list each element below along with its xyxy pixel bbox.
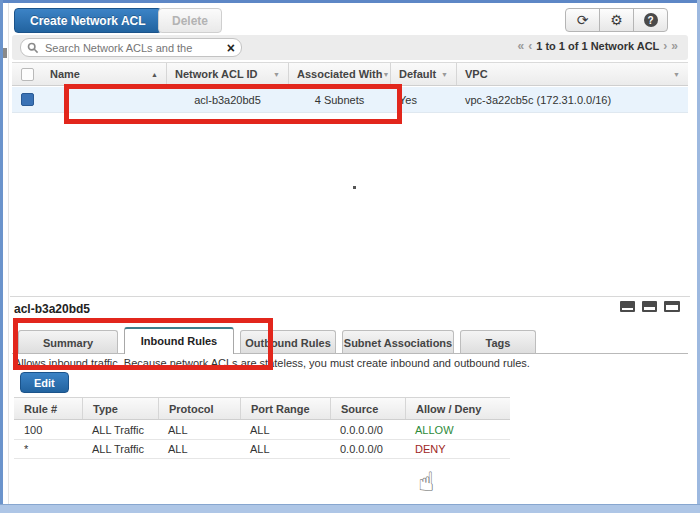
column-header-associated-with[interactable]: Associated With ▼ bbox=[288, 63, 390, 85]
column-header-type: Type bbox=[82, 398, 158, 419]
cell-port-range: ALL bbox=[240, 421, 330, 439]
cell-protocol: ALL bbox=[158, 421, 240, 439]
annotation-highlight-row bbox=[64, 84, 402, 124]
cell-rule-number: 100 bbox=[14, 421, 82, 439]
cell-source: 0.0.0.0/0 bbox=[330, 440, 405, 458]
help-button[interactable]: ? bbox=[633, 8, 668, 32]
tab-subnet-associations[interactable]: Subnet Associations bbox=[342, 330, 454, 354]
sort-desc-icon: ▼ bbox=[441, 71, 448, 78]
frame-edge bbox=[0, 0, 700, 3]
column-header-vpc[interactable]: VPC ▼ bbox=[456, 63, 688, 85]
frame-edge bbox=[0, 504, 700, 513]
cell-source: 0.0.0.0/0 bbox=[330, 421, 405, 439]
page-prev-icon[interactable]: ‹ bbox=[528, 39, 532, 53]
sort-desc-icon: ▼ bbox=[673, 71, 680, 78]
gear-icon: ⚙ bbox=[610, 12, 623, 28]
refresh-icon: ⟳ bbox=[577, 12, 589, 28]
column-label: Default bbox=[399, 68, 436, 80]
rules-table-row: 100 ALL Traffic ALL ALL 0.0.0.0/0 ALLOW bbox=[14, 421, 510, 440]
column-label: Network ACL ID bbox=[175, 68, 258, 80]
select-all-cell[interactable] bbox=[12, 63, 42, 85]
cell-allow-deny: ALLOW bbox=[405, 421, 510, 439]
fullscreen-pane-icon[interactable] bbox=[620, 301, 635, 312]
row-checkbox[interactable] bbox=[21, 93, 34, 106]
collapse-pane-icon[interactable] bbox=[664, 301, 680, 312]
aws-console-network-acl-screen: Create Network ACL Delete ⟳ ⚙ ? × « ‹ 1 … bbox=[0, 0, 700, 513]
rules-table-header: Rule # Type Protocol Port Range Source A… bbox=[14, 397, 510, 420]
pagination-label: 1 to 1 of 1 Network ACL bbox=[536, 40, 659, 52]
page-last-icon[interactable]: » bbox=[671, 39, 678, 53]
cell-allow-deny: DENY bbox=[405, 440, 510, 458]
cell-rule-number: * bbox=[14, 440, 82, 458]
frame-edge bbox=[0, 0, 3, 513]
allow-badge: ALLOW bbox=[415, 424, 454, 436]
pane-layout-controls bbox=[620, 301, 680, 312]
sort-asc-icon: ▲ bbox=[151, 71, 158, 78]
select-all-checkbox[interactable] bbox=[21, 68, 34, 81]
cell-type: ALL Traffic bbox=[82, 421, 158, 439]
settings-button[interactable]: ⚙ bbox=[599, 8, 634, 32]
page-first-icon[interactable]: « bbox=[518, 39, 525, 53]
cell-type: ALL Traffic bbox=[82, 440, 158, 458]
sidebar-edge-line bbox=[8, 3, 9, 510]
delete-button[interactable]: Delete bbox=[158, 8, 222, 33]
create-network-acl-button[interactable]: Create Network ACL bbox=[14, 8, 162, 33]
edit-button[interactable]: Edit bbox=[20, 372, 69, 393]
hand-cursor-icon: ☝ bbox=[418, 466, 434, 497]
panel-divider bbox=[10, 296, 690, 297]
cell-port-range: ALL bbox=[240, 440, 330, 458]
sort-desc-icon: ▼ bbox=[382, 71, 389, 78]
column-header-default[interactable]: Default ▼ bbox=[390, 63, 456, 85]
column-label: Name bbox=[50, 68, 80, 80]
cell-protocol: ALL bbox=[158, 440, 240, 458]
vpc-value: vpc-3a22cb5c (172.31.0.0/16) bbox=[465, 94, 611, 106]
row-select-cell[interactable] bbox=[12, 87, 42, 112]
header-icon-group: ⟳ ⚙ ? bbox=[565, 8, 668, 32]
clear-search-icon[interactable]: × bbox=[227, 41, 235, 55]
sort-desc-icon: ▼ bbox=[273, 71, 280, 78]
column-header-source: Source bbox=[330, 398, 405, 419]
cell-vpc: vpc-3a22cb5c (172.31.0.0/16) bbox=[456, 87, 688, 112]
column-header-port-range: Port Range bbox=[240, 398, 330, 419]
refresh-button[interactable]: ⟳ bbox=[565, 8, 600, 32]
clipped-sidebar-text-fragment bbox=[3, 48, 7, 58]
detail-panel-title: acl-b3a20bd5 bbox=[14, 302, 90, 316]
column-header-acl-id[interactable]: Network ACL ID ▼ bbox=[166, 63, 288, 85]
column-label: VPC bbox=[465, 68, 488, 80]
column-header-protocol: Protocol bbox=[158, 398, 240, 419]
annotation-highlight-tabs bbox=[13, 318, 273, 370]
column-header-allow-deny: Allow / Deny bbox=[405, 398, 510, 419]
tab-tags[interactable]: Tags bbox=[460, 330, 536, 354]
rules-table-row: * ALL Traffic ALL ALL 0.0.0.0/0 DENY bbox=[14, 440, 510, 459]
split-pane-icon[interactable] bbox=[642, 301, 657, 312]
column-header-name[interactable]: Name ▲ bbox=[42, 63, 166, 85]
search-box[interactable]: × bbox=[20, 38, 242, 57]
pagination: « ‹ 1 to 1 of 1 Network ACL › » bbox=[518, 39, 678, 53]
acl-table-header: Name ▲ Network ACL ID ▼ Associated With … bbox=[12, 62, 688, 86]
deny-badge: DENY bbox=[415, 443, 446, 455]
column-label: Associated With bbox=[297, 68, 382, 80]
stray-dot-artifact bbox=[353, 186, 356, 189]
column-header-rule: Rule # bbox=[14, 398, 82, 419]
search-input[interactable] bbox=[43, 41, 225, 55]
search-icon bbox=[27, 42, 39, 54]
help-icon: ? bbox=[644, 13, 658, 27]
page-next-icon[interactable]: › bbox=[663, 39, 667, 53]
search-strip: × « ‹ 1 to 1 of 1 Network ACL › » bbox=[12, 35, 688, 60]
